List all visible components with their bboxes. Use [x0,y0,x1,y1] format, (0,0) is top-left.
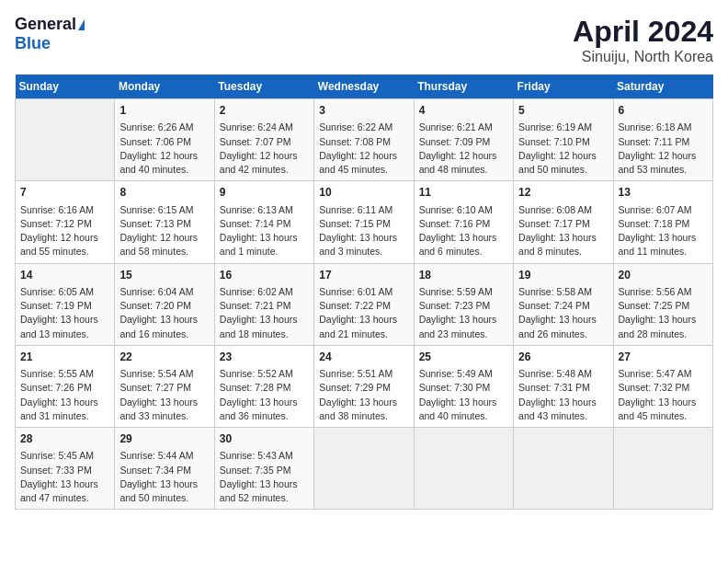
day-number: 13 [619,185,708,201]
day-info: Sunrise: 6:01 AM Sunset: 7:22 PM Dayligh… [319,285,408,341]
day-info: Sunrise: 6:11 AM Sunset: 7:15 PM Dayligh… [319,203,408,259]
day-info: Sunrise: 6:26 AM Sunset: 7:06 PM Dayligh… [119,121,209,177]
day-number: 16 [220,268,309,283]
header-day-tuesday: Tuesday [214,75,313,99]
calendar-cell [16,99,115,181]
day-number: 10 [319,185,408,201]
header-day-thursday: Thursday [414,75,513,99]
logo-general-text: General [15,15,76,34]
day-info: Sunrise: 6:21 AM Sunset: 7:09 PM Dayligh… [419,121,508,177]
calendar-cell: 10Sunrise: 6:11 AM Sunset: 7:15 PM Dayli… [314,181,414,263]
header: General Blue April 2024 Sinuiju, North K… [15,15,713,65]
day-number: 11 [419,185,508,201]
calendar-cell: 4Sunrise: 6:21 AM Sunset: 7:09 PM Daylig… [414,99,513,181]
calendar-cell [613,428,712,510]
calendar-cell: 1Sunrise: 6:26 AM Sunset: 7:06 PM Daylig… [115,99,214,181]
calendar-week-row: 21Sunrise: 5:55 AM Sunset: 7:26 PM Dayli… [16,345,713,427]
day-info: Sunrise: 6:02 AM Sunset: 7:21 PM Dayligh… [220,285,309,341]
day-number: 25 [419,350,508,365]
day-info: Sunrise: 5:45 AM Sunset: 7:33 PM Dayligh… [20,449,109,505]
day-number: 28 [20,431,109,447]
calendar-cell [314,428,414,510]
calendar-cell: 8Sunrise: 6:15 AM Sunset: 7:13 PM Daylig… [115,181,214,263]
day-number: 21 [20,350,109,365]
calendar-cell: 25Sunrise: 5:49 AM Sunset: 7:30 PM Dayli… [414,345,513,427]
calendar-cell: 15Sunrise: 6:04 AM Sunset: 7:20 PM Dayli… [115,263,214,345]
day-number: 17 [319,268,408,283]
calendar-cell: 20Sunrise: 5:56 AM Sunset: 7:25 PM Dayli… [613,263,712,345]
calendar-table: SundayMondayTuesdayWednesdayThursdayFrid… [15,75,713,510]
calendar-week-row: 7Sunrise: 6:16 AM Sunset: 7:12 PM Daylig… [16,181,713,263]
calendar-cell: 23Sunrise: 5:52 AM Sunset: 7:28 PM Dayli… [214,345,313,427]
location-title: Sinuiju, North Korea [573,49,713,65]
logo-icon [78,19,85,30]
day-info: Sunrise: 6:05 AM Sunset: 7:19 PM Dayligh… [20,285,109,341]
day-info: Sunrise: 5:56 AM Sunset: 7:25 PM Dayligh… [619,285,708,341]
logo-blue-text: Blue [15,34,51,53]
day-info: Sunrise: 5:48 AM Sunset: 7:31 PM Dayligh… [518,367,608,423]
calendar-cell: 17Sunrise: 6:01 AM Sunset: 7:22 PM Dayli… [314,263,414,345]
calendar-cell: 5Sunrise: 6:19 AM Sunset: 7:10 PM Daylig… [514,99,613,181]
day-info: Sunrise: 6:13 AM Sunset: 7:14 PM Dayligh… [220,203,309,259]
day-number: 9 [220,185,309,201]
day-number: 15 [119,268,209,283]
day-number: 22 [119,350,209,365]
day-number: 24 [319,350,408,365]
day-number: 4 [419,103,508,119]
day-info: Sunrise: 6:22 AM Sunset: 7:08 PM Dayligh… [319,121,408,177]
calendar-cell: 29Sunrise: 5:44 AM Sunset: 7:34 PM Dayli… [115,428,214,510]
calendar-cell: 19Sunrise: 5:58 AM Sunset: 7:24 PM Dayli… [514,263,613,345]
day-info: Sunrise: 6:19 AM Sunset: 7:10 PM Dayligh… [518,121,608,177]
day-info: Sunrise: 6:16 AM Sunset: 7:12 PM Dayligh… [20,203,109,259]
calendar-cell: 3Sunrise: 6:22 AM Sunset: 7:08 PM Daylig… [314,99,414,181]
day-info: Sunrise: 5:47 AM Sunset: 7:32 PM Dayligh… [619,367,708,423]
day-info: Sunrise: 6:04 AM Sunset: 7:20 PM Dayligh… [119,285,209,341]
calendar-cell: 6Sunrise: 6:18 AM Sunset: 7:11 PM Daylig… [613,99,712,181]
day-number: 12 [518,185,608,201]
calendar-cell: 30Sunrise: 5:43 AM Sunset: 7:35 PM Dayli… [214,428,313,510]
calendar-cell [514,428,613,510]
logo: General Blue [15,15,85,53]
day-number: 30 [220,431,309,447]
day-info: Sunrise: 5:54 AM Sunset: 7:27 PM Dayligh… [119,367,209,423]
header-day-friday: Friday [514,75,613,99]
calendar-week-row: 14Sunrise: 6:05 AM Sunset: 7:19 PM Dayli… [16,263,713,345]
header-day-monday: Monday [115,75,214,99]
header-day-wednesday: Wednesday [314,75,414,99]
day-number: 3 [319,103,408,119]
calendar-cell: 27Sunrise: 5:47 AM Sunset: 7:32 PM Dayli… [613,345,712,427]
header-day-sunday: Sunday [16,75,115,99]
calendar-cell: 2Sunrise: 6:24 AM Sunset: 7:07 PM Daylig… [214,99,313,181]
day-number: 8 [119,185,209,201]
calendar-cell: 16Sunrise: 6:02 AM Sunset: 7:21 PM Dayli… [214,263,313,345]
month-title: April 2024 [573,15,713,49]
calendar-cell: 21Sunrise: 5:55 AM Sunset: 7:26 PM Dayli… [16,345,115,427]
calendar-week-row: 28Sunrise: 5:45 AM Sunset: 7:33 PM Dayli… [16,428,713,510]
calendar-cell: 24Sunrise: 5:51 AM Sunset: 7:29 PM Dayli… [314,345,414,427]
day-number: 2 [220,103,309,119]
day-info: Sunrise: 6:10 AM Sunset: 7:16 PM Dayligh… [419,203,508,259]
calendar-cell: 18Sunrise: 5:59 AM Sunset: 7:23 PM Dayli… [414,263,513,345]
day-info: Sunrise: 5:43 AM Sunset: 7:35 PM Dayligh… [220,449,309,505]
day-number: 20 [619,268,708,283]
calendar-week-row: 1Sunrise: 6:26 AM Sunset: 7:06 PM Daylig… [16,99,713,181]
day-number: 18 [419,268,508,283]
calendar-cell: 12Sunrise: 6:08 AM Sunset: 7:17 PM Dayli… [514,181,613,263]
day-info: Sunrise: 6:15 AM Sunset: 7:13 PM Dayligh… [119,203,209,259]
day-number: 26 [518,350,608,365]
day-info: Sunrise: 5:52 AM Sunset: 7:28 PM Dayligh… [220,367,309,423]
day-info: Sunrise: 5:44 AM Sunset: 7:34 PM Dayligh… [119,449,209,505]
day-number: 14 [20,268,109,283]
day-number: 19 [518,268,608,283]
day-info: Sunrise: 6:07 AM Sunset: 7:18 PM Dayligh… [619,203,708,259]
calendar-cell: 9Sunrise: 6:13 AM Sunset: 7:14 PM Daylig… [214,181,313,263]
day-number: 27 [619,350,708,365]
calendar-cell: 7Sunrise: 6:16 AM Sunset: 7:12 PM Daylig… [16,181,115,263]
day-info: Sunrise: 5:59 AM Sunset: 7:23 PM Dayligh… [419,285,508,341]
day-info: Sunrise: 5:58 AM Sunset: 7:24 PM Dayligh… [518,285,608,341]
day-number: 7 [20,185,109,201]
day-number: 23 [220,350,309,365]
day-info: Sunrise: 6:08 AM Sunset: 7:17 PM Dayligh… [518,203,608,259]
day-info: Sunrise: 5:49 AM Sunset: 7:30 PM Dayligh… [419,367,508,423]
day-number: 6 [619,103,708,119]
